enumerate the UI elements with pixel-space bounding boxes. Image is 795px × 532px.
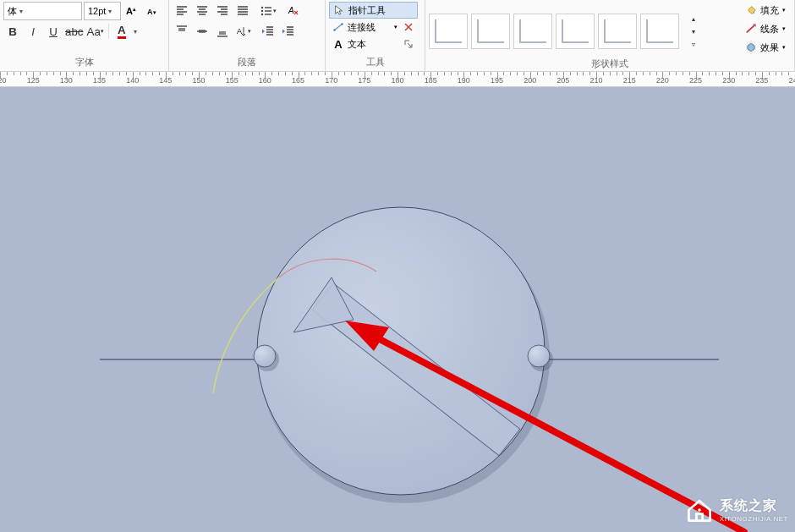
- effect-label: 效果: [760, 41, 779, 54]
- align-top-icon: [175, 25, 189, 38]
- align-top-button[interactable]: [173, 22, 191, 41]
- indent-decrease-icon: [261, 25, 275, 38]
- paragraph-group: ▾ A A▾ 段落: [169, 0, 326, 71]
- gallery-down-button[interactable]: ▾: [684, 25, 703, 38]
- ruler-tick-label: 160: [259, 76, 271, 85]
- pointer-tool-label: 指针工具: [348, 4, 386, 17]
- font-size-value: 12pt: [88, 6, 106, 16]
- change-case-button[interactable]: Aa▾: [86, 22, 105, 41]
- text-direction-button[interactable]: A▾: [233, 22, 252, 41]
- shape-style-thumb[interactable]: [513, 14, 552, 49]
- bullets-icon: [260, 4, 273, 18]
- text-icon: A: [332, 38, 344, 51]
- shape-style-thumb[interactable]: [429, 14, 468, 49]
- align-left-button[interactable]: [173, 2, 191, 20]
- svg-point-11: [748, 44, 755, 52]
- watermark-title: 系统之家: [720, 497, 788, 515]
- tools-group: 指针工具 连接线 ▾ A 文本 工具: [326, 0, 425, 71]
- ruler-tick-label: 180: [391, 76, 403, 85]
- increase-indent-button[interactable]: [279, 22, 298, 41]
- text-tool-label: 文本: [348, 38, 366, 51]
- text-options-button[interactable]: [403, 38, 414, 50]
- font-name-dropdown[interactable]: 体 ▾: [3, 2, 82, 20]
- effect-button[interactable]: 效果 ▾: [743, 39, 787, 56]
- watermark: 系统之家 XITONGZHIJIA.NET: [684, 495, 788, 525]
- horizontal-ruler: 1201251301351401451501551601651701751801…: [0, 72, 795, 87]
- pointer-icon: [333, 4, 345, 16]
- connector-icon: [332, 21, 344, 33]
- decrease-font-button[interactable]: A▾: [143, 2, 162, 20]
- svg-point-5: [261, 10, 263, 12]
- chevron-down-icon: ▾: [394, 24, 398, 30]
- watermark-logo-icon: [684, 495, 715, 525]
- strikethrough-button[interactable]: abc: [64, 22, 85, 41]
- effect-icon: [745, 41, 757, 53]
- chevron-down-icon: ▾: [782, 25, 786, 32]
- ruler-tick-label: 210: [589, 76, 602, 85]
- justify-button[interactable]: [233, 2, 252, 20]
- ruler-tick-label: 120: [0, 76, 7, 85]
- bold-button[interactable]: B: [3, 22, 22, 41]
- shape-style-gallery[interactable]: ▴ ▾ ▿: [429, 8, 703, 51]
- decrease-indent-button[interactable]: [259, 22, 277, 41]
- font-size-dropdown[interactable]: 12pt ▾: [84, 2, 121, 20]
- align-center-icon: [195, 4, 209, 18]
- clear-format-button[interactable]: A: [284, 2, 303, 20]
- font-color-button[interactable]: A ▾: [112, 22, 140, 41]
- align-bottom-button[interactable]: [213, 22, 232, 41]
- chevron-down-icon: ▾: [108, 8, 112, 15]
- watermark-subtitle: XITONGZHIJIA.NET: [720, 515, 788, 523]
- chevron-down-icon: ▾: [782, 44, 786, 51]
- gallery-more-button[interactable]: ▿: [684, 38, 703, 51]
- ruler-tick-label: 155: [226, 76, 238, 85]
- ribbon: 体 ▾ 12pt ▾ A▴ A▾ B I: [0, 0, 795, 72]
- shape-style-thumb[interactable]: [640, 14, 679, 49]
- connector-x-button[interactable]: [403, 21, 414, 33]
- fill-icon: [745, 4, 757, 16]
- svg-point-20: [698, 508, 701, 512]
- connector-tool-button[interactable]: 连接线 ▾: [329, 19, 418, 36]
- ruler-tick-label: 185: [425, 76, 437, 85]
- ruler-tick-label: 130: [60, 76, 73, 85]
- connector-tool-label: 连接线: [348, 21, 376, 34]
- svg-text:A: A: [237, 27, 242, 36]
- shape-style-thumb[interactable]: [471, 14, 510, 49]
- italic-button[interactable]: I: [24, 22, 42, 41]
- align-center-button[interactable]: [193, 2, 211, 20]
- align-left-icon: [175, 4, 189, 18]
- line-button[interactable]: 线条 ▾: [743, 20, 787, 37]
- pointer-tool-button[interactable]: 指针工具: [329, 2, 418, 19]
- align-right-button[interactable]: [213, 2, 232, 20]
- drawing-canvas[interactable]: 系统之家 XITONGZHIJIA.NET: [0, 87, 795, 532]
- increase-font-button[interactable]: A▴: [123, 2, 141, 20]
- font-decrease-icon: A▾: [145, 4, 159, 18]
- underline-button[interactable]: U: [44, 22, 63, 41]
- svg-text:▾: ▾: [153, 9, 156, 15]
- svg-point-18: [528, 345, 550, 367]
- ruler-tick-label: 135: [93, 76, 106, 85]
- ruler-tick-label: 205: [556, 76, 569, 85]
- fill-label: 填充: [760, 4, 779, 17]
- font-increase-icon: A▴: [125, 4, 139, 18]
- shape-style-group: ▴ ▾ ▿ 填充 ▾ 线条 ▾ 效果: [425, 0, 795, 71]
- shape-style-thumb[interactable]: [556, 14, 595, 49]
- ruler-tick-label: 140: [126, 76, 139, 85]
- align-justify-icon: [236, 4, 249, 18]
- x-icon: [403, 22, 414, 32]
- ruler-tick-label: 215: [623, 76, 636, 85]
- align-middle-button[interactable]: [193, 22, 211, 41]
- svg-text:A: A: [288, 6, 294, 15]
- ruler-tick-label: 145: [159, 76, 172, 85]
- align-right-icon: [216, 4, 229, 18]
- fill-button[interactable]: 填充 ▾: [743, 2, 787, 19]
- font-name-value: 体: [8, 5, 17, 18]
- svg-point-6: [261, 14, 263, 15]
- ruler-tick-label: 170: [325, 76, 337, 85]
- text-direction-icon: A: [234, 25, 248, 38]
- svg-point-4: [261, 7, 263, 8]
- text-tool-button[interactable]: A 文本: [329, 36, 418, 52]
- bullets-button[interactable]: ▾: [259, 2, 277, 20]
- gallery-up-button[interactable]: ▴: [684, 13, 703, 25]
- ruler-tick-label: 200: [524, 76, 536, 85]
- shape-style-thumb[interactable]: [598, 14, 637, 49]
